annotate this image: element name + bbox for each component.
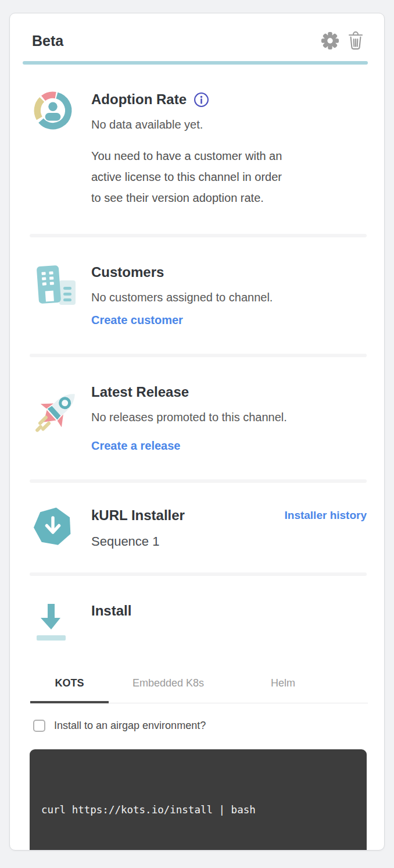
install-section: Install [10,576,384,668]
gear-icon[interactable] [321,31,339,50]
customers-empty-message: No customers assigned to channel. [91,289,367,305]
adoption-rate-section: Adoption Rate No data available yet. You… [10,65,384,234]
adoption-rate-empty-message: No data available yet. [91,116,367,133]
buildings-icon [33,263,91,312]
command-line-1: curl https://kots.io/install | bash [41,800,355,820]
rocket-icon [33,383,91,440]
channel-card: Beta [9,13,385,851]
adoption-rate-title: Adoption Rate [91,90,187,109]
airgap-checkbox[interactable] [33,720,45,732]
trash-icon[interactable] [347,31,364,51]
tab-kots[interactable]: KOTS [30,668,109,703]
install-tabs: KOTS Embedded K8s Helm [30,668,368,703]
installer-history-link[interactable]: Installer history [285,506,367,522]
create-customer-link[interactable]: Create customer [91,312,183,328]
info-icon[interactable] [194,92,209,108]
channel-title: Beta [32,31,63,50]
installer-sequence: Sequence 1 [91,533,285,550]
download-icon [33,602,91,650]
channel-card-header: Beta [10,13,384,61]
adoption-rate-help-text: You need to have a customer with an acti… [91,145,367,208]
tab-helm[interactable]: Helm [228,668,338,703]
customers-title: Customers [91,263,367,282]
latest-release-section: Latest Release No releases promoted to t… [10,357,384,479]
customers-section: Customers No customers assigned to chann… [10,237,384,354]
kurl-installer-title: kURL Installer [91,506,285,525]
tab-embedded-k8s[interactable]: Embedded K8s [109,668,228,703]
airgap-option-row: Install to an airgap environment? [33,720,367,732]
latest-release-title: Latest Release [91,383,367,401]
install-command-block: curl https://kots.io/install | bash kube… [30,749,367,851]
adoption-rate-donut-icon [33,90,91,133]
create-release-link[interactable]: Create a release [91,437,180,454]
kurl-heptagon-download-icon [33,506,91,549]
kurl-installer-section: kURL Installer Sequence 1 Installer hist… [10,483,384,572]
header-actions [321,31,364,51]
install-title: Install [91,602,367,620]
latest-release-empty-message: No releases promoted to this channel. [91,409,367,425]
airgap-checkbox-label: Install to an airgap environment? [54,720,206,732]
